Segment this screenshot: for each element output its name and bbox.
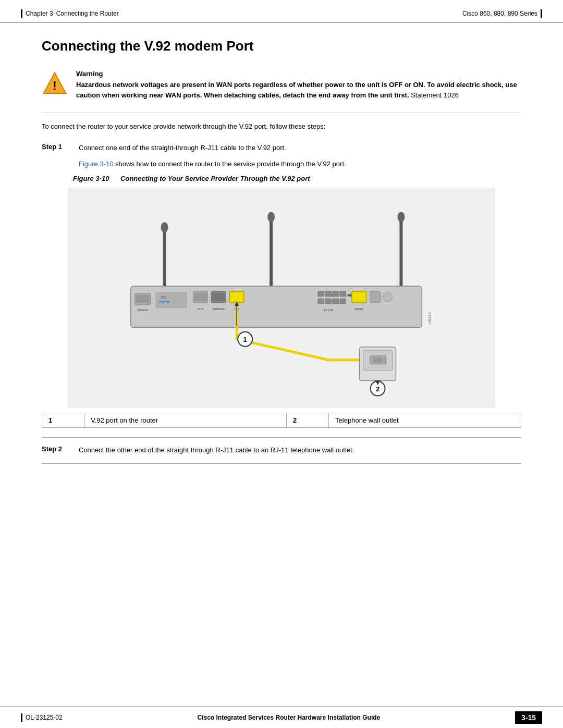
- svg-rect-20: [212, 293, 225, 301]
- chapter-title: Connecting the Router: [56, 10, 119, 17]
- svg-text:||||||||: ||||||||: [161, 295, 166, 299]
- warning-icon: !: [42, 71, 68, 97]
- svg-rect-28: [333, 291, 339, 297]
- step-1-label: Step 1: [42, 143, 70, 151]
- page-title: Connecting the V.92 modem Port: [42, 38, 521, 54]
- callout-row-1: 1 V.92 port on the router 2 Telephone wa…: [42, 413, 521, 428]
- callout-num-1: 1: [42, 413, 84, 428]
- svg-text:2: 2: [376, 385, 380, 393]
- divider-2: [42, 463, 521, 464]
- figure-caption: Figure 3-10 Connecting to Your Service P…: [42, 175, 521, 182]
- step-1-content: Connect one end of the straight-through …: [79, 143, 521, 154]
- callout-label-2: Telephone wall outlet: [329, 413, 521, 428]
- main-content: Connecting the V.92 modem Port ! Warning…: [0, 22, 563, 502]
- svg-rect-32: [333, 299, 339, 304]
- svg-text:WAN/S/0: WAN/S/0: [138, 309, 148, 312]
- warning-statement: Statement 1026: [411, 91, 459, 99]
- callout-table: 1 V.92 port on the router 2 Telephone wa…: [42, 413, 521, 428]
- warning-text: Hazardous network voltages are present i…: [76, 81, 517, 99]
- figure-caption-text: Connecting to Your Service Provider Thro…: [120, 175, 310, 182]
- footer-left: OL-23125-02: [21, 713, 63, 722]
- svg-rect-13: [156, 292, 187, 308]
- step-2-content: Connect the other end of the straight th…: [79, 445, 521, 456]
- warning-content: Warning Hazardous network voltages are p…: [76, 70, 521, 100]
- footer-title: Cisco Integrated Services Router Hardwar…: [197, 714, 380, 721]
- figure-ref-suffix: shows how to connect the router to the s…: [113, 160, 346, 168]
- chapter-label: Chapter 3: [26, 10, 53, 17]
- warning-block: ! Warning Hazardous network voltages are…: [42, 70, 521, 100]
- svg-rect-39: [383, 292, 393, 302]
- svg-rect-27: [325, 291, 332, 297]
- svg-rect-26: [318, 291, 324, 297]
- footer-center: Cisco Integrated Services Router Hardwar…: [63, 714, 515, 721]
- page-header: Chapter 3 Connecting the Router Cisco 86…: [0, 0, 563, 22]
- svg-rect-46: [373, 357, 383, 363]
- svg-rect-23: [230, 293, 243, 301]
- page-number: 3-15: [515, 711, 542, 724]
- figure-ref-content: Figure 3-10 shows how to connect the rou…: [79, 159, 521, 170]
- router-diagram: WAN/S/0 |||||||| CISCO AUX CONSOLE V.92 …: [68, 188, 495, 408]
- svg-rect-38: [370, 291, 381, 303]
- svg-point-4: [161, 223, 168, 233]
- callout-num-2: 2: [286, 413, 328, 428]
- series-label: Cisco 860, 880, 890 Series: [462, 10, 537, 17]
- divider-1: [42, 437, 521, 438]
- diagram-svg: WAN/S/0 |||||||| CISCO AUX CONSOLE V.92 …: [68, 188, 495, 407]
- step-2-label: Step 2: [42, 445, 70, 453]
- svg-text:272387: 272387: [428, 313, 432, 325]
- figure-link[interactable]: Figure 3-10: [79, 160, 113, 168]
- header-right: Cisco 860, 880, 890 Series: [462, 9, 542, 18]
- page-footer: OL-23125-02 Cisco Integrated Services Ro…: [0, 707, 563, 728]
- svg-rect-33: [340, 299, 346, 304]
- svg-rect-31: [325, 299, 332, 304]
- svg-text:!: !: [53, 79, 57, 93]
- svg-text:AUX: AUX: [198, 307, 203, 311]
- svg-text:CISCO: CISCO: [160, 301, 169, 304]
- step-1-text: Connect one end of the straight-through …: [79, 144, 286, 152]
- svg-text:1: 1: [243, 336, 247, 343]
- callout-label-1: V.92 port on the router: [84, 413, 287, 428]
- step-1-block: Step 1 Connect one end of the straight-t…: [42, 143, 521, 154]
- figure-ref-block: Figure 3-10 shows how to connect the rou…: [42, 159, 521, 170]
- svg-point-6: [267, 212, 275, 223]
- figure-number: Figure 3-10: [73, 175, 109, 182]
- footer-doc-num: OL-23125-02: [26, 714, 63, 721]
- svg-text:WAN/S: WAN/S: [355, 307, 364, 311]
- svg-point-8: [397, 212, 405, 223]
- svg-rect-17: [194, 293, 206, 301]
- svg-rect-29: [340, 291, 346, 297]
- footer-right: 3-15: [515, 711, 542, 724]
- svg-text:FE LAN: FE LAN: [324, 309, 334, 312]
- step-2-block: Step 2 Connect the other end of the stra…: [42, 445, 521, 456]
- warning-label: Warning: [76, 70, 521, 78]
- header-right-bar: [541, 9, 542, 18]
- svg-rect-30: [318, 299, 324, 304]
- svg-rect-36: [353, 293, 365, 301]
- svg-rect-11: [136, 295, 150, 303]
- header-bar: [21, 9, 22, 18]
- svg-text:CONSOLE: CONSOLE: [212, 307, 225, 311]
- intro-text: To connect the router to your service pr…: [42, 113, 521, 132]
- header-left: Chapter 3 Connecting the Router: [21, 9, 119, 18]
- step-2-text: Connect the other end of the straight th…: [79, 446, 354, 454]
- footer-bar: [21, 713, 22, 722]
